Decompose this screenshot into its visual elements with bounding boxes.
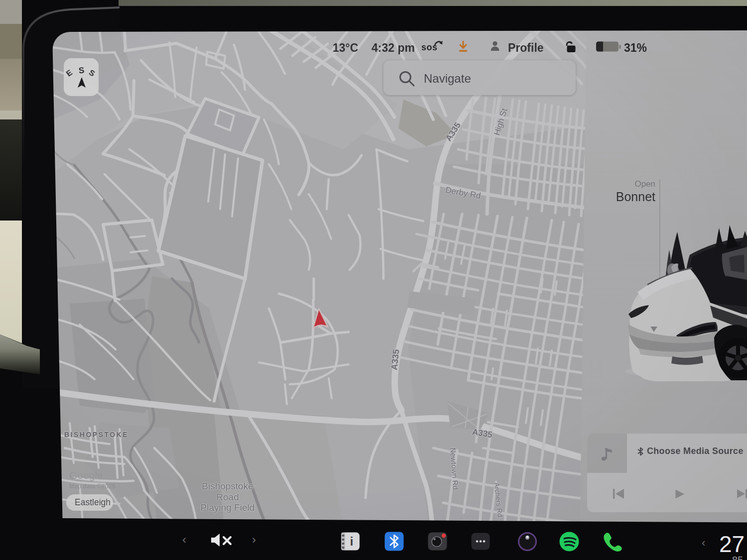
- svg-text:i: i: [350, 535, 354, 548]
